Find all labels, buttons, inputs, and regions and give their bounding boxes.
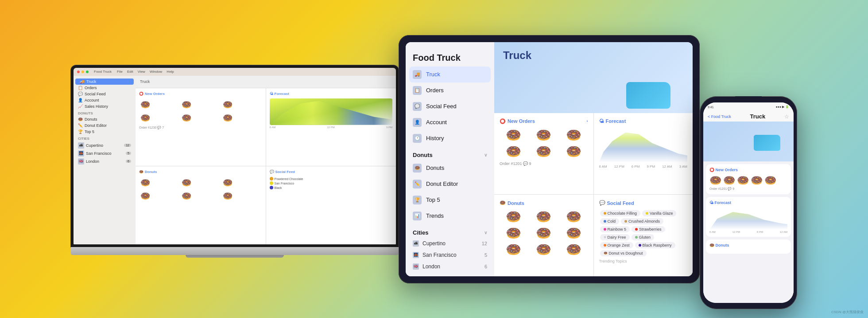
mac-nav-orders[interactable]: 📋 Orders: [74, 85, 136, 91]
ipad-content: ⭕ New Orders › 🍩 🍩 🍩 🍩 🍩 🍩: [494, 113, 693, 276]
ipad-donuts-icon: 🍩: [413, 164, 422, 173]
macbook-menubar: Food Truck File Edit View Window Help: [74, 68, 396, 76]
ipad-donut-4: 🍩: [500, 144, 528, 159]
mac-nav-cupertino[interactable]: 🏙 Cupertino 12: [74, 141, 136, 149]
tag-donut-doughnut[interactable]: 🍩 Donut vs Doughnut: [600, 250, 647, 256]
ipad-social-panel-label: Social Feed: [607, 200, 634, 206]
ipad-main: Truck ⭕ New Orders ›: [494, 42, 693, 276]
cities-chevron-icon: ∨: [484, 230, 487, 235]
ipad-donuts-grid: 🍩 🍩 🍩 🍩 🍩 🍩 🍩 🍩 🍩: [500, 209, 588, 257]
mac-nav-donut-editor[interactable]: ✏️ Donut Editor: [74, 122, 136, 129]
mac-social-item-2: San Francisco: [270, 181, 393, 185]
mac-donuts-label: Donuts: [145, 170, 157, 174]
tag-dairy-free[interactable]: ☆ Dairy Free: [600, 234, 630, 240]
tag-cold[interactable]: Cold: [600, 218, 620, 224]
tag-black-raspberry[interactable]: Black Raspberry: [635, 242, 675, 248]
mac-nav-london[interactable]: 🇬🇧 London 6: [74, 157, 136, 165]
maximize-button[interactable]: [86, 71, 89, 73]
ipad-nav-social[interactable]: 💬 Social Feed: [406, 98, 494, 114]
tag-chocolate-filling[interactable]: Chocolate Filling: [600, 210, 641, 216]
tag-dot-3: [604, 220, 606, 223]
top5-icon: 🏆: [78, 130, 83, 134]
social-dot-2: [270, 181, 273, 185]
tag-strawberries-label: Strawberries: [639, 227, 662, 232]
iphone-chart-gradient: [709, 208, 787, 230]
ipad-city-sf[interactable]: 🌉 San Francisco 5: [406, 249, 494, 261]
mac-menu-help[interactable]: Help: [167, 70, 174, 74]
ipad-nav-truck[interactable]: 🚚 Truck: [409, 67, 491, 82]
tag-vanilla-glaze[interactable]: Vanilla Glaze: [642, 210, 676, 216]
mac-menu-file[interactable]: File: [117, 70, 123, 74]
mac-social-header: 💬 Social Feed: [270, 170, 393, 174]
mac-toolbar-title: Truck: [140, 79, 150, 84]
minimize-button[interactable]: [81, 71, 84, 73]
ipad-nav-donuts[interactable]: 🍩 Donuts: [406, 160, 494, 176]
tag-dot-9: [604, 244, 606, 247]
tag-orange-zest[interactable]: Orange Zest: [600, 242, 633, 248]
ipad-panel-forecast: 🌤 Forecast 6 AM 12 PM 6 PM 9 PM 12 AM: [594, 113, 693, 195]
mac-donut-1: 🍩: [139, 98, 151, 111]
ipad-history-icon: 🕐: [413, 134, 422, 143]
iphone-donut-4: 🍩: [751, 175, 763, 186]
mac-donuts-grid: 🍩 🍩 🍩 🍩 🍩 🍩: [139, 177, 262, 202]
ipad-new-orders-header: ⭕ New Orders ›: [500, 118, 588, 124]
ipad-donuts-section: Donuts ∨: [406, 146, 494, 160]
iphone-new-orders-icon: ⭕: [709, 168, 716, 172]
mac-nav-social[interactable]: 💬 Social Feed: [74, 91, 136, 97]
mac-nav-social-label: Social Feed: [85, 92, 106, 96]
ipad-screen: Food Truck 🚚 Truck 📋 Orders 💬 Social Fee…: [406, 42, 693, 276]
mac-sidebar: 🚚 Truck 📋 Orders 💬 Social Feed 👤 Account: [74, 76, 136, 244]
history-icon: 📈: [78, 104, 83, 109]
mac-forecast-label: Forecast: [275, 92, 289, 96]
mac-donut-grid: 🍩 🍩 🍩 🍩 🍩 🍩: [139, 98, 262, 124]
ipad-nav-truck-label: Truck: [426, 71, 440, 78]
ipad-city-london-label: London: [422, 263, 440, 270]
ipad-nav-donut-editor[interactable]: ✏️ Donut Editor: [406, 176, 494, 192]
london-icon: 🇬🇧: [78, 158, 84, 165]
tag-dairy-free-label: Dairy Free: [608, 235, 626, 239]
tag-rainbow5[interactable]: Rainbow 5: [600, 226, 630, 232]
mac-nav-history[interactable]: 📈 Sales History: [74, 103, 136, 110]
ipad-city-cupertino[interactable]: 🏙 Cupertino 12: [406, 238, 494, 249]
ipad-truck-icon: 🚚: [413, 70, 422, 79]
mac-menu-edit[interactable]: Edit: [127, 70, 133, 74]
close-button[interactable]: [77, 71, 80, 73]
iphone-navbar: < Food Truck Truck ☆: [703, 111, 794, 122]
orders-icon: 📋: [78, 86, 83, 90]
mac-nav-cupertino-label: Cupertino: [86, 143, 103, 148]
ipad-nav-trends[interactable]: 📊 Trends: [406, 208, 494, 224]
ipad-panel-donuts: 🍩 Donuts 🍩 🍩 🍩 🍩 🍩 🍩 🍩 🍩: [494, 195, 593, 276]
tag-gluten[interactable]: Gluten: [632, 234, 655, 240]
iphone-donut-row: 🍩 🍩 🍩 🍩 🍩: [709, 175, 787, 186]
tag-donut-doughnut-label: Donut vs Doughnut: [609, 251, 643, 255]
ipad-nav-orders[interactable]: 📋 Orders: [406, 82, 494, 98]
ipad-city-london[interactable]: 🇬🇧 London 6: [406, 261, 494, 272]
ipad-donut-3: 🍩: [560, 128, 588, 142]
mac-new-orders-header: ⭕ New Orders: [139, 92, 262, 96]
iphone-new-orders-label: New Orders: [716, 168, 738, 172]
ipad-panel-donut-8: 🍩: [530, 242, 558, 257]
mac-nav-top5[interactable]: 🏆 Top 5: [74, 129, 136, 135]
mac-nav-donuts[interactable]: 🍩 Donuts: [74, 116, 136, 122]
mac-menu-window[interactable]: Window: [150, 70, 162, 74]
ipad-cities-section: Cities ∨: [406, 224, 494, 238]
ipad-nav-history[interactable]: 🕐 History: [406, 130, 494, 146]
tag-strawberries[interactable]: Strawberries: [632, 226, 665, 232]
iphone-star-button[interactable]: ☆: [784, 114, 789, 120]
mac-nav-truck[interactable]: 🚚 Truck: [75, 79, 134, 85]
ipad-order-label: Order #1201: [500, 161, 522, 166]
ipad-nav-history-label: History: [426, 135, 444, 141]
mac-menu-view[interactable]: View: [138, 70, 145, 74]
ipad-forecast-chart: [599, 127, 688, 163]
mac-nav-sanfrancisco[interactable]: 🌉 San Francisco 5: [74, 149, 136, 157]
mac-nav-account[interactable]: 👤 Account: [74, 97, 136, 103]
account-icon: 👤: [78, 98, 83, 102]
ipad-donuts-label: Donuts: [508, 200, 524, 206]
ipad-nav-account[interactable]: 👤 Account: [406, 114, 494, 130]
iphone-back-button[interactable]: < Food Truck: [708, 114, 731, 119]
tag-crushed-almonds[interactable]: Crushed Almonds: [621, 218, 663, 224]
ipad-nav-top5[interactable]: 🏆 Top 5: [406, 192, 494, 208]
mac-nav-london-label: London: [86, 159, 99, 164]
tag-dot-8: [635, 236, 638, 239]
ipad-nav-social-label: Social Feed: [426, 103, 457, 110]
